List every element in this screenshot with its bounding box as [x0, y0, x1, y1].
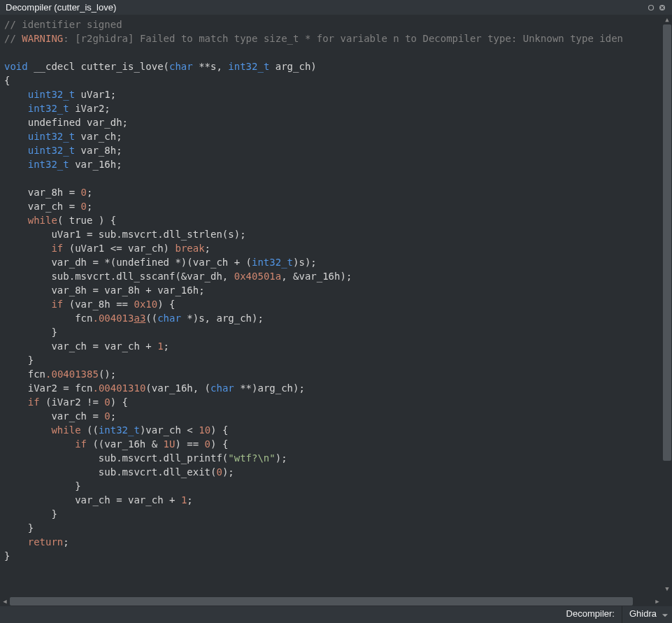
svg-point-0 [649, 5, 654, 10]
decompiler-value: Ghidra [629, 608, 657, 619]
close-icon[interactable] [658, 3, 666, 12]
keyword-return: return [28, 536, 64, 547]
statusbar: Decompiler: Ghidra [0, 606, 672, 623]
titlebar-controls [647, 3, 666, 12]
keyword-while: while [28, 215, 57, 226]
keyword-if: if [51, 243, 63, 254]
comment-line: // identifier signed [4, 19, 122, 30]
scroll-up-icon[interactable]: ▲ [662, 15, 672, 24]
horizontal-scrollbar[interactable]: ◀ ▶ [0, 596, 662, 606]
scroll-left-icon[interactable]: ◀ [0, 596, 10, 606]
warning-message: : [r2ghidra] Failed to match type size_t… [63, 33, 623, 44]
comment-slash: // [4, 33, 16, 44]
scrollbar-h-thumb[interactable] [10, 597, 633, 606]
decompiler-dropdown[interactable]: Ghidra [622, 606, 672, 623]
statusbar-spacer [0, 606, 559, 623]
decompiler-label: Decompiler: [559, 606, 622, 623]
scrollbar-track[interactable] [662, 24, 672, 584]
vertical-scrollbar[interactable]: ▲ ▼ [662, 15, 672, 594]
scroll-down-icon[interactable]: ▼ [662, 584, 672, 594]
keyword-break: break [175, 243, 204, 254]
fcn-link[interactable]: a3 [134, 313, 145, 324]
type-void: void [4, 61, 28, 72]
code-content[interactable]: // identifier signed // WARNING: [r2ghid… [0, 15, 672, 566]
scrollbar-thumb[interactable] [663, 24, 671, 461]
warning-label: WARNING [22, 33, 63, 44]
window-title: Decompiler (cutter_is_love) [6, 2, 116, 13]
type-int32: int32_t [228, 61, 269, 72]
type-char: char [169, 61, 193, 72]
detach-icon[interactable] [647, 3, 655, 12]
scrollbar-h-track[interactable] [10, 596, 652, 606]
titlebar: Decompiler (cutter_is_love) [0, 0, 672, 15]
decompiler-view[interactable]: // identifier signed // WARNING: [r2ghid… [0, 15, 672, 606]
scroll-right-icon[interactable]: ▶ [652, 596, 662, 606]
